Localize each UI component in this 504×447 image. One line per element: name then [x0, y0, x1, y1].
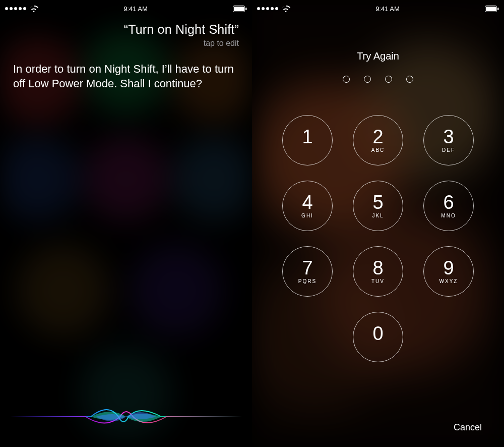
status-bar: 9:41 AM: [252, 0, 504, 17]
key-letters: TUV: [371, 278, 385, 285]
key-letters: WXYZ: [439, 278, 458, 285]
key-number: 9: [443, 258, 454, 277]
key-number: 6: [443, 193, 454, 212]
key-letters: MNO: [441, 213, 456, 219]
key-letters: JKL: [372, 213, 384, 219]
cell-signal-icon: [5, 7, 26, 10]
key-number: 3: [443, 127, 454, 146]
status-time: 9:41 AM: [123, 5, 148, 13]
siri-query-text: “Turn on Night Shift”: [124, 22, 239, 37]
siri-query-block[interactable]: “Turn on Night Shift” tap to edit: [124, 22, 239, 48]
key-1[interactable]: 1: [282, 115, 333, 165]
passcode-dot: [385, 76, 392, 83]
key-letters: GHI: [301, 213, 313, 219]
key-0[interactable]: 0: [353, 312, 403, 362]
svg-rect-2: [245, 8, 247, 10]
siri-screen: 9:41 AM “Turn on Night Shift” tap to edi…: [0, 0, 252, 447]
svg-rect-4: [486, 7, 496, 11]
siri-waveform-icon[interactable]: [0, 402, 252, 432]
cell-signal-icon: [257, 7, 278, 10]
key-letters: PQRS: [298, 278, 317, 285]
key-4[interactable]: 4GHI: [282, 181, 333, 231]
battery-icon: [233, 6, 247, 12]
key-7[interactable]: 7PQRS: [282, 246, 333, 297]
passcode-dot: [364, 76, 371, 83]
svg-rect-1: [234, 7, 244, 11]
status-bar: 9:41 AM: [0, 0, 252, 17]
status-right: [485, 6, 499, 12]
cancel-button[interactable]: Cancel: [454, 422, 482, 433]
key-letters: ABC: [371, 147, 385, 153]
key-number: 2: [372, 127, 383, 146]
key-number: 4: [302, 193, 312, 212]
status-time: 9:41 AM: [375, 5, 400, 13]
key-number: 5: [372, 193, 383, 212]
key-number: 0: [372, 324, 383, 343]
passcode-dot: [343, 76, 350, 83]
key-6[interactable]: 6MNO: [423, 181, 474, 231]
wifi-icon: [281, 6, 290, 12]
wifi-icon: [29, 6, 38, 12]
key-number: 7: [302, 258, 312, 277]
passcode-screen: 9:41 AM Try Again 1 2ABC 3DEF 4GHI 5JKL …: [252, 0, 504, 447]
key-8[interactable]: 8TUV: [353, 246, 403, 297]
passcode-progress-dots: [252, 76, 504, 83]
status-right: [233, 6, 247, 12]
passcode-dot: [406, 76, 413, 83]
key-number: 1: [302, 127, 312, 146]
svg-rect-5: [497, 8, 499, 10]
key-letters: DEF: [442, 147, 455, 153]
tap-to-edit-label: tap to edit: [124, 39, 239, 48]
key-2[interactable]: 2ABC: [353, 115, 403, 165]
key-3[interactable]: 3DEF: [423, 115, 474, 165]
keypad: 1 2ABC 3DEF 4GHI 5JKL 6MNO 7PQRS 8TUV 9W…: [252, 115, 504, 362]
key-number: 8: [372, 258, 383, 277]
passcode-title: Try Again: [252, 50, 504, 62]
battery-icon: [485, 6, 499, 12]
status-left: [257, 6, 290, 12]
status-left: [5, 6, 38, 12]
key-9[interactable]: 9WXYZ: [423, 246, 474, 297]
siri-response-text: In order to turn on Night Shift, I’ll ha…: [13, 62, 239, 91]
key-5[interactable]: 5JKL: [353, 181, 403, 231]
